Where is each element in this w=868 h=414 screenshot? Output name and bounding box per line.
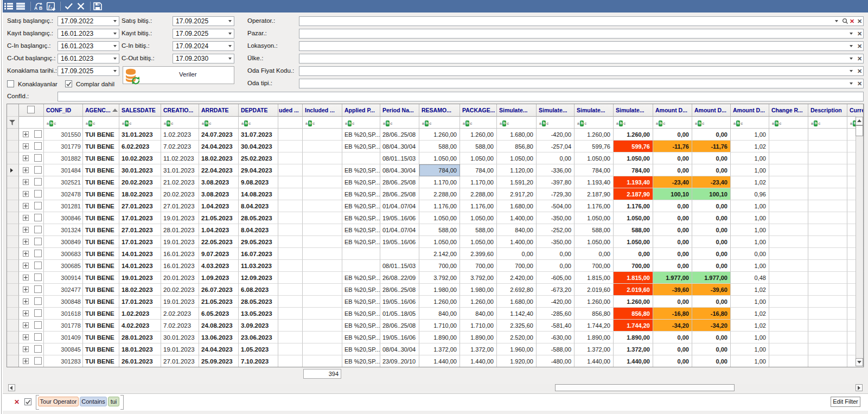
svg-text:A: A (34, 5, 37, 11)
svg-text:B: B (39, 5, 42, 11)
